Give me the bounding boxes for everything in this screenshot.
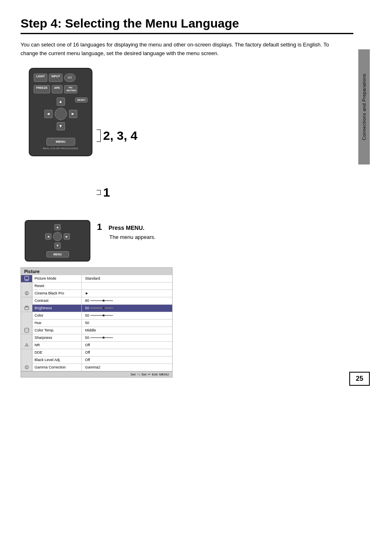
small-dpad-down: ▼: [55, 243, 61, 249]
menu-table: Picture: [21, 267, 173, 378]
remote-control-image: LIGHT INPUT I/O FREEZE APA PICMUTING RES…: [29, 68, 92, 156]
menu-table-row: Picture ModeStandard: [32, 275, 172, 283]
menu-table-row: Color Temp.Middle: [32, 327, 172, 334]
menu-table-row: DDEOff: [32, 349, 172, 357]
menu-row-value: Off: [82, 350, 172, 354]
small-dpad-up: ▲: [55, 224, 61, 230]
menu-row-label: Brightness: [32, 305, 82, 312]
menu-table-row: Contrast80: [32, 297, 172, 305]
menu-row-value: Off: [82, 343, 172, 347]
menu-row-label: Color Temp.: [32, 327, 82, 334]
menu-table-row: Gamma CorrectionGamma2: [32, 364, 172, 371]
menu-row-value: Standard: [82, 276, 172, 280]
step1-title: Press MENU.: [108, 225, 144, 231]
menu-icon-3: [21, 305, 32, 312]
menu-row-label: Sharpness: [32, 334, 82, 341]
menu-row-value: Gamma2: [82, 365, 172, 369]
light-button: LIGHT: [34, 74, 47, 82]
input-button: INPUT: [49, 74, 62, 82]
svg-rect-6: [25, 328, 29, 332]
menu-table-row: Color50: [32, 312, 172, 320]
menu-table-row: Hue50: [32, 320, 172, 327]
dpad-up: ▲: [57, 97, 65, 106]
menu-row-value: 50: [82, 306, 172, 310]
menu-row-label: Contrast: [32, 297, 82, 304]
dpad-down: ▼: [57, 122, 65, 130]
small-dpad-left: ◄: [45, 233, 51, 239]
menu-row-label: Black Level Adj.: [32, 357, 82, 364]
menu-row-value: 50: [82, 321, 172, 325]
small-dpad: ▲ ▼ ◄ ►: [45, 224, 70, 249]
menu-icon-2: [21, 290, 32, 297]
sidebar-label: Connections and Preparations: [362, 74, 367, 140]
page-title: Step 4: Selecting the Menu Language: [21, 16, 353, 34]
step1-subtitle: The menu appears.: [109, 234, 156, 240]
menu-table-row: Reset: [32, 283, 172, 290]
menu-table-row: NROff: [32, 342, 172, 349]
menu-row-value: Middle: [82, 328, 172, 332]
menu-row-label: Cinema Black Pro: [32, 290, 82, 297]
menu-row-label: NR: [32, 342, 82, 349]
menu-row-label: Gamma Correction: [32, 364, 82, 371]
menu-rows-column: Picture ModeStandardResetCinema Black Pr…: [32, 275, 172, 371]
small-menu-button: MENU: [46, 251, 69, 257]
step1-instruction: 1 Press MENU. The menu appears.: [97, 220, 156, 240]
menu-icon-4: [21, 327, 32, 334]
page-number: 25: [349, 372, 370, 386]
step-234-label: 2, 3, 4: [97, 129, 137, 143]
menu-row-value: 50: [82, 313, 172, 317]
remote-footer-text: REAL COLOR PROCESSING: [34, 147, 88, 150]
step-1-label: 1: [97, 185, 110, 199]
remote-small-image: ▲ ▼ ◄ ► MENU: [25, 220, 90, 262]
menu-row-value: Off: [82, 358, 172, 362]
menu-row-label: Color: [32, 312, 82, 319]
menu-table-row: Cinema Black Pro►: [32, 290, 172, 297]
menu-row-label: Reset: [32, 283, 82, 290]
svg-rect-0: [25, 276, 29, 280]
remote-top-row: LIGHT INPUT I/O: [34, 74, 88, 82]
menu-icon-5: [21, 342, 32, 349]
menu-row-label: Hue: [32, 320, 82, 327]
menu-row-value: 80: [82, 299, 172, 303]
small-dpad-right: ►: [64, 233, 70, 239]
menu-row-label: Picture Mode: [32, 275, 82, 282]
menu-body: Picture ModeStandardResetCinema Black Pr…: [21, 275, 172, 371]
pic-muting-button: PICMUTING: [64, 85, 77, 93]
menu-row-value: ►: [82, 291, 172, 295]
menu-table-row: Black Level Adj.Off: [32, 357, 172, 364]
sidebar-connections: Connections and Preparations: [358, 49, 370, 164]
menu-table-row: Brightness50: [32, 305, 172, 312]
power-button: I/O: [64, 74, 76, 82]
step1-section: ▲ ▼ ◄ ► MENU 1 Press MENU. The menu appe…: [21, 220, 353, 262]
page-description: You can select one of 16 languages for d…: [21, 41, 341, 58]
freeze-button: FREEZE: [34, 85, 50, 93]
menu-icon-picture: [21, 275, 32, 283]
menu-icon-6: [21, 364, 32, 371]
step1-number: 1: [97, 222, 102, 232]
dpad-area: RESET ▲ ▼ ◄ ►: [34, 97, 88, 134]
dpad-right: ►: [69, 110, 77, 118]
menu-footer: Sel: ↑↓ Set: ↵ Exit: MENU: [21, 371, 172, 377]
dpad-center: [55, 108, 67, 120]
menu-button: MENU: [46, 138, 75, 146]
menu-row-label: DDE: [32, 349, 82, 356]
svg-point-11: [26, 368, 27, 368]
remote-row2: FREEZE APA PICMUTING: [34, 85, 88, 93]
menu-row-value: 50: [82, 336, 172, 340]
small-dpad-center: [53, 232, 62, 241]
dpad: ▲ ▼ ◄ ►: [44, 97, 77, 130]
menu-icons-column: [21, 275, 32, 371]
dpad-left: ◄: [44, 110, 53, 118]
apa-button: APA: [52, 85, 62, 93]
menu-header: Picture: [21, 268, 172, 275]
menu-table-row: Sharpness50: [32, 334, 172, 342]
